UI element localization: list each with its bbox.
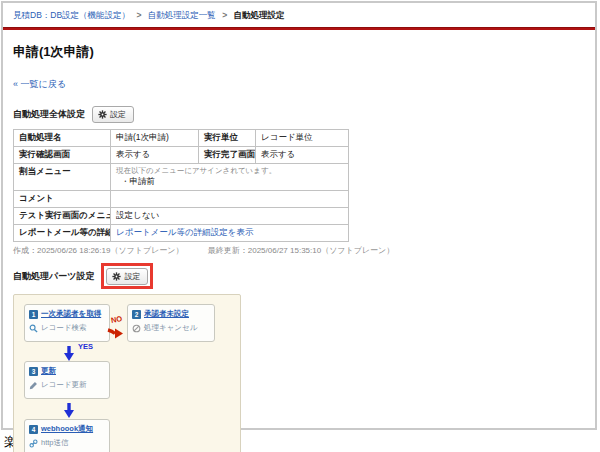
table-row: コメント	[14, 191, 349, 208]
down-arrow-icon	[62, 402, 76, 419]
record-meta: 作成：2025/06/26 18:26:19（ソフトブレーン） 最終更新：202…	[13, 245, 595, 256]
flow-step-link[interactable]: 更新	[41, 366, 56, 376]
overall-settings-button-label: 設定	[110, 109, 126, 120]
no-branch-label: NO	[110, 314, 123, 325]
flow-step-webhook: 4 webhoook通知 http送信	[24, 419, 110, 452]
step-number-badge: 3	[29, 367, 38, 376]
pencil-icon	[29, 381, 38, 390]
flow-diagram: 1 一次承認者を取得 レコード検索 2 承認者未設定 処理キャンセル NO	[13, 294, 241, 452]
overall-settings-button[interactable]: 設定	[92, 106, 134, 123]
report-mail-detail-link[interactable]: レポートメール等の詳細設定を表示	[116, 227, 253, 237]
row-header: コメント	[14, 191, 111, 208]
table-row: 自動処理名 申請(1次申請) 実行単位 レコード単位	[14, 130, 349, 147]
flow-step-link[interactable]: 一次承認者を取得	[41, 309, 101, 319]
yes-branch-label: YES	[78, 342, 93, 351]
assign-menu-note: 現在以下のメニューにアサインされています。	[116, 166, 343, 176]
yes-branch-arrow-icon	[62, 345, 76, 362]
gear-icon	[112, 272, 121, 281]
breadcrumb-link-db-settings[interactable]: 見積DB：DB設定（機能設定）	[13, 10, 130, 20]
row-value: 表示する	[256, 147, 349, 164]
row-value: 設定しない	[111, 208, 349, 225]
magnifier-icon	[29, 324, 38, 333]
row-header: テスト実行画面のメニュー	[14, 208, 111, 225]
accent-divider	[3, 27, 595, 30]
parts-settings-section-head: 自動処理パーツ設定 設定	[13, 264, 595, 288]
breadcrumb-separator: >	[137, 10, 142, 20]
flow-step-type: レコード検索	[41, 323, 87, 333]
flow-step-type: 処理キャンセル	[144, 323, 197, 333]
overall-settings-heading: 自動処理全体設定	[13, 108, 85, 121]
no-branch-arrow-icon	[107, 326, 125, 341]
row-header: 実行単位	[199, 130, 256, 147]
table-row: 割当メニュー 現在以下のメニューにアサインされています。 ・申請前	[14, 164, 349, 191]
breadcrumb-current: 自動処理設定	[234, 10, 285, 20]
breadcrumb: 見積DB：DB設定（機能設定） > 自動処理設定一覧 > 自動処理設定	[3, 3, 595, 27]
flow-step-type: http送信	[41, 438, 69, 448]
row-value: 表示する	[111, 147, 199, 164]
link-icon	[29, 439, 38, 448]
row-header: 割当メニュー	[14, 164, 111, 191]
back-to-list-link[interactable]: « 一覧に戻る	[13, 78, 585, 91]
flow-step-update: 3 更新 レコード更新	[24, 361, 110, 399]
flow-step-get-approver: 1 一次承認者を取得 レコード検索	[24, 304, 110, 342]
step-number-badge: 4	[29, 425, 38, 434]
breadcrumb-link-auto-process-list[interactable]: 自動処理設定一覧	[148, 10, 216, 20]
row-value: レコード単位	[256, 130, 349, 147]
step-number-badge: 1	[29, 310, 38, 319]
row-header: 実行完了画面	[199, 147, 256, 164]
step-number-badge: 2	[132, 310, 141, 319]
parts-settings-button-label: 設定	[124, 271, 140, 282]
page-title: 申請(1次申請)	[13, 43, 585, 61]
assign-menu-item: ・申請前	[116, 176, 343, 188]
table-row: テスト実行画面のメニュー 設定しない	[14, 208, 349, 225]
table-row: 実行確認画面 表示する 実行完了画面 表示する	[14, 147, 349, 164]
row-header: レポートメール等の詳細設定	[14, 225, 111, 242]
flow-step-type: レコード更新	[41, 380, 87, 390]
gear-icon	[98, 110, 107, 119]
flow-step-approver-unset: 2 承認者未設定 処理キャンセル	[127, 304, 215, 342]
row-value	[111, 191, 349, 208]
table-row: レポートメール等の詳細設定 レポートメール等の詳細設定を表示	[14, 225, 349, 242]
cancel-icon	[132, 324, 141, 333]
breadcrumb-separator: >	[222, 10, 227, 20]
flow-step-link[interactable]: webhoook通知	[41, 424, 93, 434]
row-header: 実行確認画面	[14, 147, 111, 164]
flow-step-link[interactable]: 承認者未設定	[144, 309, 189, 319]
created-timestamp: 作成：2025/06/26 18:26:19（ソフトブレーン）	[13, 246, 184, 255]
row-value: レポートメール等の詳細設定を表示	[111, 225, 349, 242]
parts-settings-heading: 自動処理パーツ設定	[13, 270, 94, 283]
row-value: 現在以下のメニューにアサインされています。 ・申請前	[111, 164, 349, 191]
highlight-annotation-box: 設定	[101, 263, 153, 289]
overall-settings-table: 自動処理名 申請(1次申請) 実行単位 レコード単位 実行確認画面 表示する 実…	[13, 129, 349, 242]
row-header: 自動処理名	[14, 130, 111, 147]
overall-settings-section-head: 自動処理全体設定 設定	[13, 104, 595, 124]
row-value: 申請(1次申請)	[111, 130, 199, 147]
app-window: 見積DB：DB設定（機能設定） > 自動処理設定一覧 > 自動処理設定 申請(1…	[1, 1, 597, 430]
updated-timestamp: 最終更新：2025/06/27 15:35:10（ソフトブレーン）	[208, 246, 395, 255]
parts-settings-button[interactable]: 設定	[106, 268, 148, 285]
